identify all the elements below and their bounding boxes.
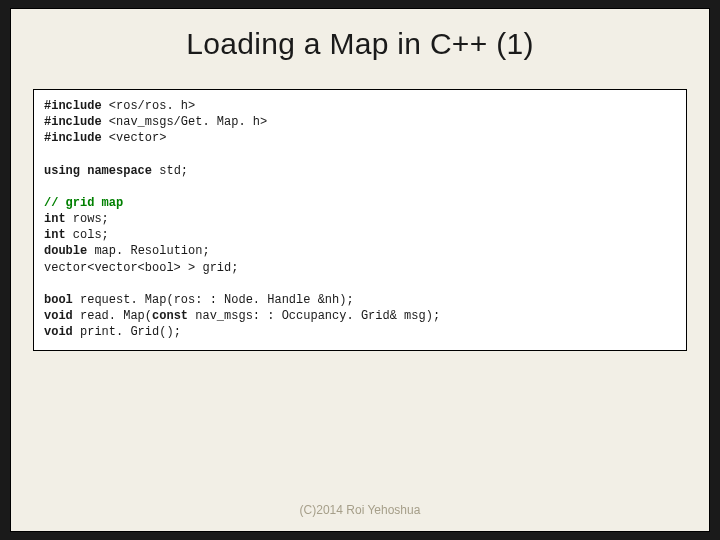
copyright-footer: (C)2014 Roi Yehoshua (11, 503, 709, 517)
code-line: #include <nav_msgs/Get. Map. h> (44, 114, 676, 130)
code-line: int cols; (44, 227, 676, 243)
code-line: #include <vector> (44, 130, 676, 146)
code-line: using namespace std; (44, 163, 676, 179)
code-line: bool request. Map(ros: : Node. Handle &n… (44, 292, 676, 308)
slide-title: Loading a Map in C++ (1) (11, 27, 709, 61)
slide: Loading a Map in C++ (1) #include <ros/r… (10, 8, 710, 532)
blank-line (44, 179, 676, 195)
blank-line (44, 276, 676, 292)
code-line: double map. Resolution; (44, 243, 676, 259)
code-box: #include <ros/ros. h> #include <nav_msgs… (33, 89, 687, 351)
code-line: #include <ros/ros. h> (44, 98, 676, 114)
code-line: void print. Grid(); (44, 324, 676, 340)
code-line: vector<vector<bool> > grid; (44, 260, 676, 276)
code-line: void read. Map(const nav_msgs: : Occupan… (44, 308, 676, 324)
blank-line (44, 147, 676, 163)
code-comment: // grid map (44, 195, 676, 211)
code-line: int rows; (44, 211, 676, 227)
